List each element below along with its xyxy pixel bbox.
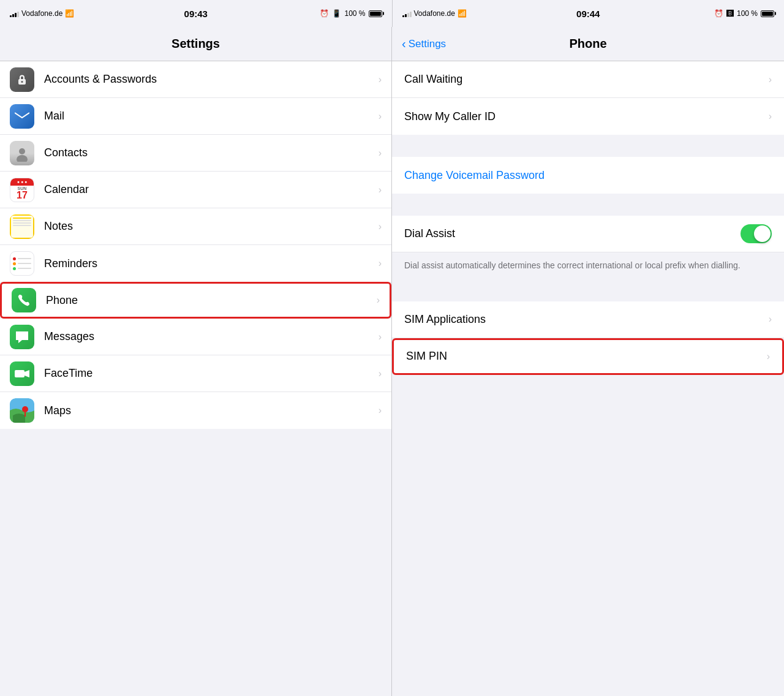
accounts-passwords-icon [10,67,34,92]
maps-chevron: › [379,405,382,416]
svg-point-1 [21,81,23,83]
sidebar-item-maps[interactable]: Maps › [0,392,391,429]
phone-label: Phone [46,294,377,307]
left-status-bar: Vodafone.de 📶 09:43 ⏰ 📱 100 % [0,0,392,27]
svg-point-8 [22,406,28,412]
right-status-right: ⏰ 🅱 100 % [714,9,774,18]
svg-point-4 [17,155,28,162]
signal-icon [10,10,19,17]
left-carrier-signal: Vodafone.de 📶 [10,9,74,18]
svg-marker-6 [24,370,29,377]
show-caller-id-label: Show My Caller ID [404,110,769,123]
right-carrier: Vodafone.de [414,9,455,18]
back-button[interactable]: ‹ Settings [402,37,446,51]
accounts-passwords-label: Accounts & Passwords [44,73,379,86]
sim-applications-label: SIM Applications [404,313,769,326]
left-status-right: ⏰ 📱 100 % [320,9,382,18]
phone-chevron: › [377,295,380,306]
right-time: 09:44 [576,9,600,19]
calendar-chevron: › [379,184,382,195]
screens: Settings Accounts & Passwords › [0,27,784,696]
contacts-chevron: › [379,148,382,159]
left-battery-pct: 100 % [344,9,365,18]
calendar-icon: ● ● ● SUN 17 [10,178,34,202]
section-1: Call Waiting › Show My Caller ID › [392,61,784,135]
settings-group-1: Accounts & Passwords › Mail › [0,61,391,282]
notes-chevron: › [379,221,382,232]
show-caller-id-chevron: › [769,111,772,122]
call-waiting-chevron: › [769,74,772,85]
left-carrier: Vodafone.de [21,9,62,18]
mail-label: Mail [44,110,379,123]
right-status-bar: Vodafone.de 📶 09:44 ⏰ 🅱 100 % [392,0,785,27]
sidebar-item-messages[interactable]: Messages › [0,319,391,355]
left-wifi-icon: 📶 [65,9,74,18]
svg-rect-5 [15,370,24,377]
sidebar-item-reminders[interactable]: Reminders › [0,245,391,282]
sidebar-item-contacts[interactable]: Contacts › [0,135,391,172]
contacts-icon [10,141,34,165]
left-time: 09:43 [184,9,208,19]
mail-icon [10,104,34,129]
notes-label: Notes [44,220,379,233]
right-item-sim-applications[interactable]: SIM Applications › [392,301,784,338]
section-gap-3 [392,279,784,301]
status-bars: Vodafone.de 📶 09:43 ⏰ 📱 100 % Vodafone.d… [0,0,784,27]
left-battery-icon [369,10,382,17]
right-item-show-caller-id[interactable]: Show My Caller ID › [392,98,784,135]
left-bluetooth-icon: 📱 [332,9,341,18]
left-panel: Settings Accounts & Passwords › [0,27,392,696]
svg-point-3 [19,148,25,154]
sidebar-item-notes[interactable]: Notes › [0,208,391,245]
settings-list: Accounts & Passwords › Mail › [0,61,391,696]
right-wifi-icon: 📶 [458,9,467,18]
right-panel: ‹ Settings Phone Call Waiting › Show My … [392,27,784,696]
toggle-knob [754,225,771,242]
section-4: SIM Applications › SIM PIN › [392,301,784,375]
right-item-dial-assist[interactable]: Dial Assist [392,216,784,252]
right-item-sim-pin[interactable]: SIM PIN › [392,338,784,375]
back-label: Settings [409,38,446,50]
right-battery-icon [761,10,774,17]
right-bluetooth-icon: 🅱 [726,9,734,18]
sidebar-item-facetime[interactable]: FaceTime › [0,355,391,392]
sim-pin-chevron: › [767,351,770,362]
left-panel-header: Settings [0,27,391,61]
maps-label: Maps [44,404,379,417]
sidebar-item-accounts-passwords[interactable]: Accounts & Passwords › [0,61,391,98]
facetime-label: FaceTime [44,367,379,380]
dial-assist-label: Dial Assist [404,227,741,240]
mail-chevron: › [379,111,382,122]
facetime-icon [10,361,34,386]
contacts-label: Contacts [44,146,379,159]
call-waiting-label: Call Waiting [404,73,769,86]
reminders-icon [10,251,34,276]
change-voicemail-label: Change Voicemail Password [404,169,772,182]
left-panel-title: Settings [172,37,220,51]
messages-chevron: › [379,331,382,342]
maps-icon [10,398,34,423]
sim-pin-label: SIM PIN [406,350,767,363]
sidebar-item-phone[interactable]: Phone › [0,282,391,319]
right-alarm-icon: ⏰ [714,9,723,18]
back-chevron-icon: ‹ [402,37,406,51]
section-gap-2 [392,194,784,216]
messages-icon [10,325,34,349]
reminders-chevron: › [379,258,382,269]
dial-assist-toggle[interactable] [741,224,772,243]
sim-applications-chevron: › [769,314,772,325]
right-item-change-voicemail[interactable]: Change Voicemail Password [392,157,784,194]
reminders-label: Reminders [44,257,379,270]
section-2: Change Voicemail Password [392,157,784,194]
dial-assist-description: Dial assist automatically determines the… [392,252,784,279]
section-3: Dial Assist Dial assist automatically de… [392,216,784,279]
right-settings-list: Call Waiting › Show My Caller ID › Chang… [392,61,784,696]
messages-label: Messages [44,330,379,343]
facetime-chevron: › [379,368,382,379]
right-battery-pct: 100 % [737,9,758,18]
sidebar-item-mail[interactable]: Mail › [0,98,391,135]
right-item-call-waiting[interactable]: Call Waiting › [392,61,784,98]
section-gap-1 [392,135,784,157]
sidebar-item-calendar[interactable]: ● ● ● SUN 17 Calendar › [0,172,391,208]
right-carrier-signal: Vodafone.de 📶 [402,9,467,18]
